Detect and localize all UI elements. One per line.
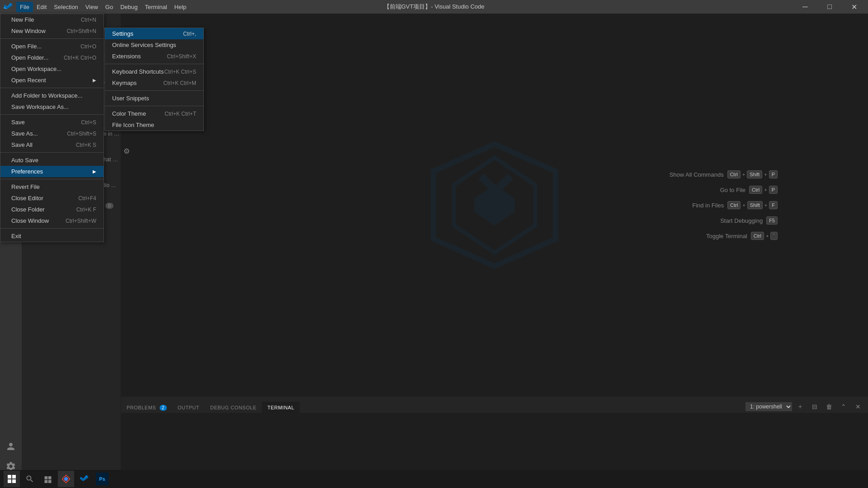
menu-help[interactable]: Help: [171, 2, 190, 12]
preferences-submenu: Settings Ctrl+, Online Services Settings…: [104, 28, 204, 131]
taskbar-search[interactable]: [22, 471, 38, 487]
svg-point-5: [64, 477, 68, 481]
taskbar-vscode[interactable]: [76, 471, 92, 487]
svg-rect-4: [12, 479, 16, 483]
panel-tabs: PROBLEMS 2 OUTPUT DEBUG CONSOLE TERMINAL…: [121, 397, 868, 413]
menu-preferences[interactable]: Preferences ▶: [0, 166, 104, 177]
separator-3: [0, 114, 104, 115]
window-controls: ─ □ ✕: [795, 0, 864, 14]
menu-save-all[interactable]: Save All Ctrl+K S: [0, 139, 104, 150]
title-bar-left: File Edit Selection View Go Debug Termin…: [4, 2, 190, 12]
menu-debug[interactable]: Debug: [117, 2, 141, 12]
window-title: 【前端GVT项目】- Visual Studio Code: [384, 3, 485, 11]
gear-icon-4[interactable]: ⚙: [123, 147, 130, 155]
shortcuts-overlay: Show All Commands Ctrl + Shift + P Go to…: [670, 170, 778, 240]
menu-new-window[interactable]: New Window Ctrl+Shift+N: [0, 25, 104, 37]
bottom-panel: PROBLEMS 2 OUTPUT DEBUG CONSOLE TERMINAL…: [121, 397, 868, 478]
vscode-icon: [4, 2, 13, 11]
tab-terminal[interactable]: TERMINAL: [262, 402, 300, 413]
menu-save-workspace-as[interactable]: Save Workspace As...: [0, 101, 104, 113]
menu-save[interactable]: Save Ctrl+S: [0, 117, 104, 128]
file-menu-dropdown: New File Ctrl+N New Window Ctrl+Shift+N …: [0, 14, 104, 242]
menu-new-file[interactable]: New File Ctrl+N: [0, 14, 104, 25]
svg-text:✕: ✕: [472, 163, 518, 223]
editor-area: ⚙ ⚙ ⚙ ⚙ 5 ··· ✕ Show All Commands: [121, 14, 868, 397]
menu-revert-file[interactable]: Revert File: [0, 181, 104, 192]
taskbar-chrome[interactable]: [58, 471, 74, 487]
shortcut-go-to-file: Go to File Ctrl + P: [670, 186, 778, 194]
separator-1: [0, 38, 104, 39]
menu-add-folder[interactable]: Add Folder to Workspace...: [0, 90, 104, 101]
menu-exit[interactable]: Exit: [0, 230, 104, 242]
svg-rect-3: [8, 479, 11, 483]
pref-user-snippets[interactable]: User Snippets: [105, 93, 203, 104]
separator-6: [0, 228, 104, 229]
menu-close-folder[interactable]: Close Folder Ctrl+K F: [0, 204, 104, 215]
menu-close-window[interactable]: Close Window Ctrl+Shift+W: [0, 215, 104, 226]
separator-2: [0, 88, 104, 88]
svg-rect-1: [8, 475, 11, 479]
activity-accounts[interactable]: [3, 438, 19, 455]
maximize-button[interactable]: □: [819, 0, 840, 14]
pref-keyboard-shortcuts[interactable]: Keyboard Shortcuts Ctrl+K Ctrl+S: [105, 66, 203, 77]
editor-panel-area: ⚙ ⚙ ⚙ ⚙ 5 ··· ✕ Show All Commands: [121, 14, 868, 478]
menu-open-recent[interactable]: Open Recent ▶: [0, 75, 104, 86]
svg-rect-2: [12, 475, 16, 479]
taskbar-taskview[interactable]: [40, 471, 56, 487]
pref-keymaps[interactable]: Keymaps Ctrl+K Ctrl+M: [105, 77, 203, 89]
disabled-count: 0: [105, 203, 113, 209]
problems-badge: 2: [160, 405, 167, 411]
menu-open-workspace[interactable]: Open Workspace...: [0, 63, 104, 75]
tab-debug-console[interactable]: DEBUG CONSOLE: [205, 402, 262, 413]
kill-terminal-button[interactable]: 🗑: [823, 400, 835, 413]
new-terminal-button[interactable]: ＋: [794, 400, 807, 413]
minimize-button[interactable]: ─: [795, 0, 816, 14]
panel-toolbar: 1: powershell ＋ ⊟ 🗑 ⌃ ✕: [742, 400, 868, 413]
menu-close-editor[interactable]: Close Editor Ctrl+F4: [0, 192, 104, 204]
pref-settings[interactable]: Settings Ctrl+,: [105, 28, 203, 39]
separator-5: [0, 179, 104, 179]
title-bar: File Edit Selection View Go Debug Termin…: [0, 0, 868, 14]
pref-extensions[interactable]: Extensions Ctrl+Shift+X: [105, 51, 203, 62]
terminal-content: [121, 413, 868, 478]
menu-save-as[interactable]: Save As... Ctrl+Shift+S: [0, 128, 104, 139]
menu-selection[interactable]: Selection: [50, 2, 81, 12]
pref-color-theme[interactable]: Color Theme Ctrl+K Ctrl+T: [105, 108, 203, 119]
tab-problems[interactable]: PROBLEMS 2: [121, 402, 172, 413]
shortcut-start-debug: Start Debugging F5: [670, 216, 778, 225]
close-panel-button[interactable]: ✕: [852, 400, 864, 413]
taskbar-photoshop[interactable]: Ps: [94, 471, 110, 487]
pref-sep-2: [105, 90, 203, 91]
pref-online-services[interactable]: Online Services Settings: [105, 39, 203, 51]
taskbar: Ps: [0, 470, 868, 488]
maximize-panel-button[interactable]: ⌃: [837, 400, 850, 413]
shortcut-toggle-terminal: Toggle Terminal Ctrl + `: [670, 232, 778, 240]
terminal-selector[interactable]: 1: powershell: [745, 402, 792, 411]
start-button[interactable]: [4, 471, 20, 487]
pref-file-icon-theme[interactable]: File Icon Theme: [105, 119, 203, 131]
shortcut-show-all: Show All Commands Ctrl + Shift + P: [670, 170, 778, 178]
menu-file[interactable]: File: [16, 2, 33, 12]
tab-output[interactable]: OUTPUT: [172, 402, 205, 413]
shortcut-find-files: Find in Files Ctrl + Shift + F: [670, 201, 778, 209]
menu-bar: File Edit Selection View Go Debug Termin…: [16, 2, 190, 12]
split-terminal-button[interactable]: ⊟: [808, 400, 821, 413]
menu-terminal[interactable]: Terminal: [141, 2, 170, 12]
menu-edit[interactable]: Edit: [33, 2, 50, 12]
pref-sep-3: [105, 106, 203, 106]
separator-4: [0, 152, 104, 153]
menu-open-folder[interactable]: Open Folder... Ctrl+K Ctrl+O: [0, 52, 104, 63]
vscode-watermark: ✕: [427, 137, 562, 273]
menu-auto-save[interactable]: Auto Save: [0, 155, 104, 166]
menu-view[interactable]: View: [82, 2, 102, 12]
pref-sep-1: [105, 64, 203, 64]
menu-open-file[interactable]: Open File... Ctrl+O: [0, 41, 104, 52]
menu-go[interactable]: Go: [102, 2, 117, 12]
close-button[interactable]: ✕: [844, 0, 864, 14]
